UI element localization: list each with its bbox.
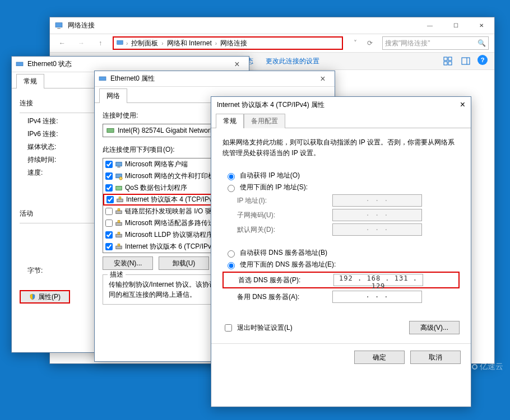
svg-rect-17 (117, 199, 123, 202)
share-icon (115, 172, 123, 180)
tab-network[interactable]: 网络 (99, 88, 127, 103)
watermark-icon (472, 364, 477, 370)
radio-auto-dns-input[interactable] (228, 250, 235, 258)
maximize-button[interactable]: ☐ (443, 17, 469, 34)
tab-general[interactable]: 常规 (216, 114, 244, 128)
radio-auto-dns[interactable]: 自动获得 DNS 服务器地址(B) (225, 248, 460, 258)
svg-rect-19 (116, 211, 122, 213)
help-button[interactable]: ? (477, 55, 488, 65)
svg-rect-22 (118, 220, 120, 222)
svg-rect-11 (107, 129, 114, 133)
item-checkbox[interactable] (105, 231, 113, 239)
breadcrumb-item[interactable]: 网络和 Internet (166, 39, 213, 48)
radio-auto-ip-input[interactable] (228, 173, 235, 180)
uninstall-button[interactable]: 卸载(U) (159, 256, 209, 270)
status-titlebar[interactable]: Ethernet0 状态 × (12, 57, 249, 72)
item-checkbox[interactable] (105, 220, 113, 227)
back-button[interactable]: ← (55, 36, 69, 50)
props-title: Ethernet0 属性 (110, 74, 155, 83)
radio-manual-ip-input[interactable] (228, 185, 235, 192)
ip-group: 自动获得 IP 地址(O) 使用下面的 IP 地址(S): IP 地址(I): … (222, 166, 460, 244)
ipv4-body: 如果网络支持此功能，则可以获取自动指派的 IP 设置。否则，你需要从网络系统管理… (211, 128, 471, 343)
client-icon (115, 161, 123, 169)
radio-manual-ip[interactable]: 使用下面的 IP 地址(S): (225, 183, 460, 192)
svg-rect-3 (444, 57, 447, 60)
status-title: Ethernet0 状态 (27, 59, 72, 69)
search-box[interactable]: 搜索"网络连接" 🔍 (382, 36, 489, 50)
breadcrumb[interactable]: › 控制面板 › 网络和 Internet › 网络连接 (113, 36, 343, 50)
up-button[interactable]: ↑ (94, 36, 107, 50)
tab-general[interactable]: 常规 (16, 74, 44, 88)
label-primary-dns: 首选 DNS 服务器(P): (238, 276, 333, 285)
radio-manual-dns[interactable]: 使用下面的 DNS 服务器地址(E): (225, 260, 460, 269)
label-bytes: 字节: (27, 266, 78, 276)
validate-on-exit-checkbox[interactable]: 退出时验证设置(L) (222, 323, 293, 333)
item-checkbox[interactable] (106, 196, 114, 203)
proto-icon (115, 243, 123, 251)
minimize-button[interactable]: — (417, 17, 443, 34)
nic-icon (106, 127, 114, 134)
explorer-address-bar: ← → ↑ › 控制面板 › 网络和 Internet › 网络连接 ˅ ⟳ 搜… (50, 34, 494, 52)
item-checkbox[interactable] (105, 208, 113, 215)
explorer-title: 网络连接 (68, 21, 95, 30)
ipv4-intro: 如果网络支持此功能，则可以获取自动指派的 IP 设置。否则，你需要从网络系统管理… (222, 137, 460, 158)
item-label: Microsoft LLDP 协议驱动程序 (125, 230, 213, 240)
item-checkbox[interactable] (105, 243, 113, 250)
validate-checkbox-input[interactable] (225, 324, 232, 332)
preview-pane-button[interactable] (460, 55, 472, 67)
changesettings-button[interactable]: 更改此连接的设置 (266, 57, 319, 66)
item-checkbox[interactable] (105, 184, 113, 192)
close-button[interactable]: × (460, 100, 465, 110)
dropdown-history-button[interactable]: ˅ (349, 36, 362, 50)
advanced-button[interactable]: 高级(V)... (409, 321, 460, 334)
svg-rect-18 (119, 197, 121, 199)
alt-dns-input[interactable]: . . . (332, 291, 422, 303)
search-icon: 🔍 (477, 39, 486, 47)
item-label: Internet 协议版本 6 (TCP/IPv6) (125, 242, 217, 251)
ipv4-tabs: 常规 备用配置 (211, 113, 471, 128)
svg-rect-26 (118, 244, 120, 246)
label-media: 媒体状态: (27, 142, 78, 152)
label-ipv4: IPv4 连接: (27, 116, 78, 126)
props-titlebar[interactable]: Ethernet0 属性 × (95, 71, 335, 87)
close-button[interactable]: × (229, 59, 245, 69)
primary-dns-input[interactable]: 192 . 168 . 131 . 129 (333, 274, 423, 286)
cancel-button[interactable]: 取消 (410, 351, 461, 364)
radio-auto-ip[interactable]: 自动获得 IP 地址(O) (225, 171, 460, 180)
forward-button[interactable]: → (75, 36, 88, 50)
label-ipv6: IPv6 连接: (27, 129, 78, 139)
radio-manual-dns-input[interactable] (228, 262, 235, 269)
svg-rect-20 (118, 208, 120, 211)
install-button[interactable]: 安装(N)... (103, 256, 153, 270)
tab-alt-config[interactable]: 备用配置 (244, 114, 285, 128)
svg-rect-5 (444, 62, 447, 65)
close-button[interactable]: × (314, 74, 331, 84)
item-checkbox[interactable] (105, 161, 113, 168)
svg-rect-1 (57, 28, 60, 29)
ipv4-title: Internet 协议版本 4 (TCP/IPv4) 属性 (217, 100, 324, 110)
label-subnet-mask: 子网掩码(U): (237, 211, 332, 220)
label-default-gateway: 默认网关(D): (237, 225, 332, 235)
svg-rect-6 (448, 62, 452, 65)
explorer-titlebar[interactable]: 网络连接 — ☐ ✕ (50, 17, 494, 34)
breadcrumb-item[interactable]: 控制面板 (130, 39, 159, 48)
properties-button[interactable]: 属性(P) (20, 290, 70, 304)
item-label: Internet 协议版本 4 (TCP/IPv4) (126, 195, 219, 204)
svg-rect-23 (116, 234, 122, 237)
refresh-button[interactable]: ⟳ (363, 36, 377, 50)
ok-button[interactable]: 确定 (354, 351, 405, 364)
svg-rect-2 (117, 40, 123, 44)
search-placeholder: 搜索"网络连接" (385, 39, 430, 48)
breadcrumb-item[interactable]: 网络连接 (219, 39, 248, 48)
label-speed: 速度: (27, 168, 78, 178)
close-button[interactable]: ✕ (469, 17, 494, 34)
svg-rect-9 (16, 62, 23, 66)
ipv4-titlebar[interactable]: Internet 协议版本 4 (TCP/IPv4) 属性 × (211, 97, 471, 113)
svg-rect-7 (462, 58, 470, 64)
item-label: QoS 数据包计划程序 (125, 183, 187, 193)
label-duration: 持续时间: (27, 155, 78, 165)
item-checkbox[interactable] (105, 172, 113, 180)
svg-rect-0 (55, 22, 62, 27)
view-layout-button[interactable] (442, 55, 454, 67)
svg-rect-4 (448, 57, 452, 60)
